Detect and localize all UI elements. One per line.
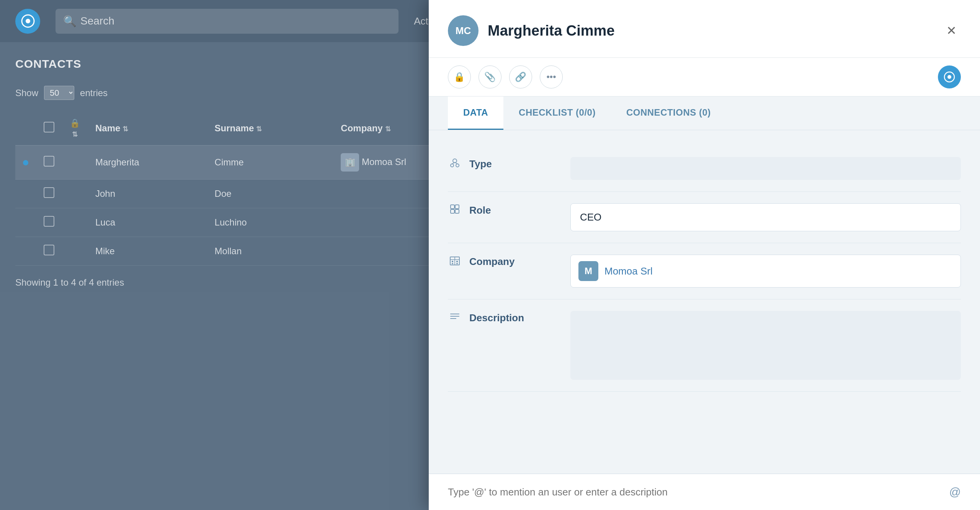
description-icon — [448, 311, 462, 325]
company-label: Company — [469, 256, 514, 268]
role-value[interactable]: CEO — [570, 203, 961, 231]
company-label-group: Company — [448, 255, 555, 269]
tab-checklist[interactable]: CHECKLIST (0/0) — [503, 96, 611, 130]
at-icon: @ — [949, 485, 961, 499]
contact-name: Margherita — [88, 145, 207, 180]
toolbar-actions: 🔒 📎 🔗 ••• — [448, 65, 563, 88]
mention-input[interactable] — [448, 486, 949, 498]
lock-button[interactable]: 🔒 — [448, 65, 471, 88]
contact-surname: Luchino — [207, 208, 333, 237]
search-label: Search — [80, 15, 114, 27]
svg-rect-17 — [456, 261, 458, 262]
svg-point-6 — [456, 164, 459, 167]
svg-rect-11 — [451, 209, 454, 213]
type-label: Type — [469, 158, 492, 170]
type-label-group: Type — [448, 157, 555, 171]
contact-surname: Doe — [207, 180, 333, 208]
app-small-icon — [943, 71, 956, 83]
company-badge: 🏢 — [341, 153, 359, 172]
app-icon-button[interactable] — [938, 65, 961, 88]
svg-rect-16 — [452, 261, 453, 262]
description-field-row: Description — [448, 299, 961, 392]
description-label: Description — [469, 312, 524, 324]
entries-label: entries — [80, 88, 108, 98]
svg-rect-10 — [455, 205, 459, 209]
contact-name: Luca — [88, 208, 207, 237]
company-name: Momoa Srl — [604, 265, 653, 277]
type-icon — [448, 157, 462, 171]
lock-icon: 🔒 — [454, 72, 465, 82]
avatar: MC — [448, 15, 479, 46]
more-options-button[interactable]: ••• — [540, 65, 563, 88]
tab-data[interactable]: DATA — [448, 96, 503, 130]
search-bar[interactable]: 🔍 Search — [56, 9, 399, 34]
close-button[interactable]: ✕ — [942, 21, 961, 40]
link-icon: 🔗 — [515, 72, 526, 82]
role-icon — [448, 203, 462, 217]
search-icon: 🔍 — [63, 15, 77, 28]
active-dot — [23, 160, 28, 165]
company-avatar: M — [578, 261, 598, 281]
paperclip-icon: 📎 — [484, 72, 496, 82]
role-label-group: Role — [448, 203, 555, 217]
contact-surname: Mollan — [207, 237, 333, 266]
panel-bottom-bar: @ — [429, 474, 980, 510]
company-value[interactable]: M Momoa Srl — [570, 255, 961, 288]
show-label: Show — [15, 88, 38, 98]
panel-content: Type Role CEO — [429, 130, 980, 474]
tab-connections[interactable]: CONNECTIONS (0) — [611, 96, 726, 130]
svg-rect-19 — [456, 263, 458, 264]
type-value[interactable] — [570, 157, 961, 180]
svg-point-1 — [26, 19, 30, 23]
app-logo[interactable] — [15, 9, 40, 34]
col-name[interactable]: Name⇅ — [88, 111, 207, 145]
company-field-row: Company M Momoa Srl — [448, 243, 961, 299]
panel-tabs: DATA CHECKLIST (0/0) CONNECTIONS (0) — [429, 96, 980, 130]
contact-surname: Cimme — [207, 145, 333, 180]
select-all-checkbox[interactable] — [44, 122, 54, 132]
type-field-row: Type — [448, 145, 961, 192]
contact-name: Mike — [88, 237, 207, 266]
svg-point-5 — [451, 164, 454, 167]
company-icon — [448, 255, 462, 269]
lock-col-icon: 🔒 — [70, 118, 80, 128]
role-field-row: Role CEO — [448, 192, 961, 243]
more-icon: ••• — [546, 72, 556, 82]
attachment-button[interactable]: 📎 — [479, 65, 501, 88]
toolbar-right — [938, 65, 961, 88]
svg-rect-9 — [451, 205, 454, 209]
panel-header: MC Margherita Cimme ✕ — [429, 0, 980, 58]
svg-rect-12 — [455, 209, 459, 213]
row-checkbox[interactable] — [44, 156, 54, 167]
close-icon: ✕ — [946, 23, 957, 38]
role-label: Role — [469, 204, 491, 216]
svg-rect-18 — [452, 263, 453, 264]
description-label-group: Description — [448, 311, 555, 325]
panel-toolbar: 🔒 📎 🔗 ••• — [429, 58, 980, 96]
entries-select[interactable]: 50 25 100 — [44, 86, 74, 100]
detail-panel: MC Margherita Cimme ✕ 🔒 📎 🔗 ••• — [429, 0, 980, 510]
col-surname[interactable]: Surname⇅ — [207, 111, 333, 145]
description-value[interactable] — [570, 311, 961, 380]
row-checkbox[interactable] — [44, 245, 54, 255]
contact-full-name: Margherita Cimme — [488, 23, 933, 39]
svg-point-3 — [947, 75, 951, 79]
row-checkbox[interactable] — [44, 187, 54, 198]
row-checkbox[interactable] — [44, 216, 54, 227]
contact-name: John — [88, 180, 207, 208]
link-button[interactable]: 🔗 — [509, 65, 532, 88]
svg-point-4 — [453, 159, 457, 163]
